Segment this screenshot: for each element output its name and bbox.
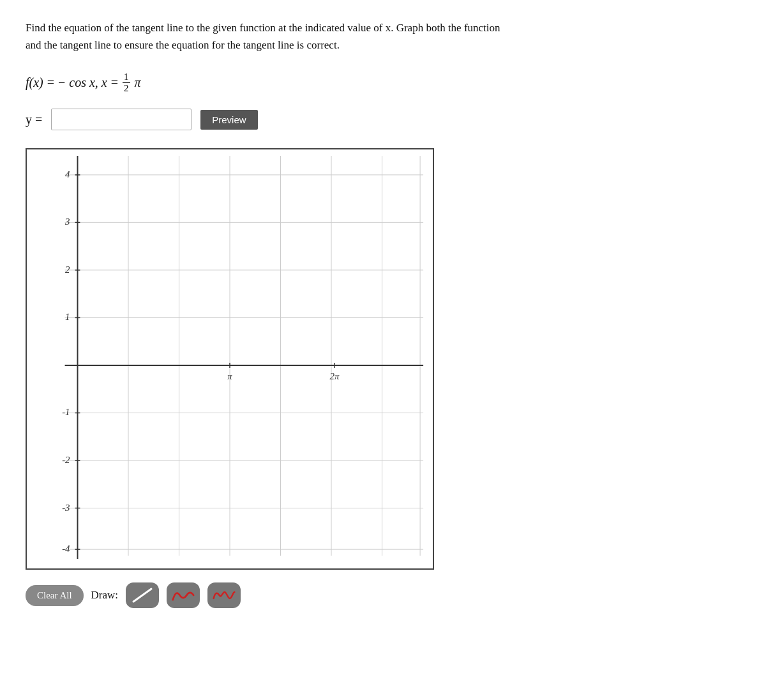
fraction: 1 2: [123, 72, 130, 93]
draw-wave2-tool[interactable]: [207, 582, 241, 608]
toolbar: Clear All Draw:: [26, 582, 740, 608]
fraction-denominator: 2: [123, 83, 130, 94]
graph-container[interactable]: 4 3 2 1 -1 -2 -3 -4 π 2π: [26, 148, 434, 570]
wave1-tool-icon: [172, 586, 195, 604]
preview-button[interactable]: Preview: [200, 110, 257, 130]
function-equals2: =: [111, 75, 118, 90]
y-label: y =: [26, 112, 42, 127]
draw-label: Draw:: [91, 589, 118, 602]
clear-all-button[interactable]: Clear All: [26, 585, 84, 606]
svg-text:-3: -3: [62, 503, 70, 513]
function-trig: cos x, x: [69, 75, 107, 90]
svg-text:π: π: [227, 371, 232, 381]
wave2-tool-icon: [213, 586, 236, 604]
problem-text: Find the equation of the tangent line to…: [26, 19, 600, 54]
svg-line-39: [133, 589, 151, 602]
svg-text:-2: -2: [62, 455, 70, 465]
answer-input[interactable]: [51, 109, 192, 130]
answer-row: y = Preview: [26, 109, 740, 130]
draw-wave1-tool[interactable]: [167, 582, 200, 608]
svg-text:4: 4: [65, 169, 70, 179]
svg-text:3: 3: [64, 217, 70, 227]
problem-line2: and the tangent line to ensure the equat…: [26, 39, 340, 51]
svg-text:-4: -4: [62, 544, 70, 554]
function-pi: π: [135, 75, 141, 90]
svg-text:2: 2: [65, 264, 70, 275]
function-equals1: =: [47, 75, 54, 90]
graph-svg: 4 3 2 1 -1 -2 -3 -4 π 2π: [27, 149, 433, 568]
problem-line1: Find the equation of the tangent line to…: [26, 22, 500, 34]
svg-text:1: 1: [65, 312, 70, 323]
line-tool-icon: [131, 586, 154, 604]
svg-text:2π: 2π: [330, 371, 340, 381]
svg-text:-1: -1: [62, 407, 70, 418]
draw-line-tool[interactable]: [126, 582, 159, 608]
function-label: f(x): [26, 75, 43, 90]
fraction-numerator: 1: [123, 72, 130, 83]
function-negative: −: [58, 75, 65, 90]
function-display: f(x) = − cos x, x = 1 2 π: [26, 72, 740, 93]
